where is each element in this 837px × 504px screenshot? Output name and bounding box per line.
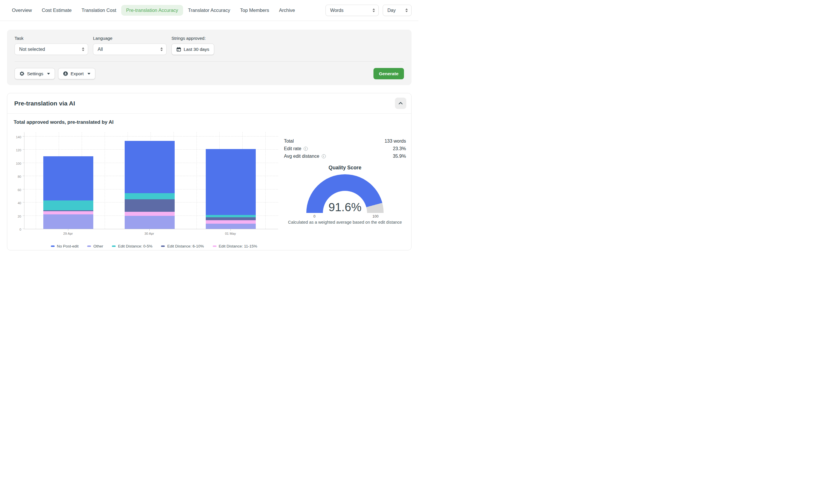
y-tick-label: 80: [18, 175, 21, 178]
stat-label: Edit rate: [284, 146, 301, 151]
gauge-min-label: 0: [314, 214, 316, 218]
gridline: [105, 132, 105, 229]
tab-pre-translation-accuracy[interactable]: Pre-translation Accuracy: [121, 5, 183, 16]
legend-label: Edit Distance: 6-10%: [167, 244, 204, 248]
tab-archive[interactable]: Archive: [274, 5, 300, 16]
strings-approved-label: Strings approved:: [172, 36, 214, 41]
y-tick-label: 0: [19, 228, 21, 231]
tab-translation-cost[interactable]: Translation Cost: [76, 5, 121, 16]
info-icon[interactable]: i: [304, 147, 308, 151]
settings-button[interactable]: Settings: [15, 68, 55, 79]
legend-item[interactable]: Edit Distance: 11-15%: [213, 244, 257, 248]
gauge-max-label: 100: [373, 214, 379, 218]
bar-segment: [43, 214, 93, 229]
x-tick: [230, 229, 231, 231]
stats-nav: Overview Cost Estimate Translation Cost …: [0, 0, 418, 21]
legend-label: Edit Distance: 11-15%: [219, 244, 257, 248]
y-tick-label: 20: [18, 215, 21, 218]
chart-legend: No Post-editOtherEdit Distance: 0-5%Edit…: [24, 244, 284, 248]
period-select[interactable]: Day: [383, 5, 411, 16]
bar-segment: [43, 210, 93, 211]
stat-row-edit-rate: Edit ratei 23.3%: [284, 146, 406, 151]
unit-select-value: Words: [330, 8, 343, 13]
card-title: Pre-translation via AI: [14, 100, 75, 107]
stacked-bar-chart: 020406080100120140 29 Apr30 Apr01 May No…: [14, 128, 284, 250]
unit-select[interactable]: Words: [325, 5, 379, 16]
generate-button[interactable]: Generate: [373, 68, 404, 79]
legend-label: Edit Distance: 0-5%: [118, 244, 153, 248]
gridline: [265, 132, 266, 229]
legend-item[interactable]: Other: [87, 244, 103, 248]
y-axis: 020406080100120140: [14, 132, 24, 229]
legend-item[interactable]: Edit Distance: 6-10%: [161, 244, 204, 248]
x-tick: [149, 229, 150, 231]
bar-segment: [125, 216, 175, 229]
task-select-value: Not selected: [19, 47, 45, 52]
task-label: Task: [15, 36, 88, 41]
stat-row-avg-edit-distance: Avg edit distancei 35.9%: [284, 154, 406, 159]
bar-segment: [125, 193, 175, 199]
bar-segment: [43, 211, 93, 214]
export-label: Export: [71, 71, 84, 76]
quality-score-title: Quality Score: [284, 165, 406, 171]
bar-segment: [125, 141, 175, 193]
collapse-button[interactable]: [395, 97, 406, 109]
export-button[interactable]: Export: [58, 68, 95, 79]
stat-value: 35.9%: [393, 154, 406, 159]
filters-panel: Task Not selected Language All Strings a…: [7, 30, 411, 85]
pre-translation-card: Pre-translation via AI Total approved wo…: [7, 93, 411, 250]
date-range-value: Last 30 days: [184, 47, 209, 52]
chart-title: Total approved words, pre-translated by …: [14, 120, 284, 125]
date-range-button[interactable]: Last 30 days: [172, 43, 214, 55]
gridline: [24, 136, 278, 137]
legend-label: No Post-edit: [57, 244, 78, 248]
legend-label: Other: [93, 244, 103, 248]
bar-segment: [206, 217, 256, 220]
x-tick-label: 29 Apr: [63, 232, 73, 235]
select-arrows-icon: [160, 47, 163, 51]
bar-segment: [206, 224, 256, 229]
select-arrows-icon: [406, 8, 408, 12]
legend-marker-icon: [161, 246, 165, 247]
tab-translator-accuracy[interactable]: Translator Accuracy: [183, 5, 235, 16]
period-select-value: Day: [387, 8, 395, 13]
settings-label: Settings: [27, 71, 43, 76]
gauge-value: 91.6%: [306, 201, 384, 214]
info-icon[interactable]: i: [322, 154, 326, 158]
bar-segment: [206, 215, 256, 217]
legend-marker-icon: [112, 246, 116, 247]
tab-cost-estimate[interactable]: Cost Estimate: [37, 5, 77, 16]
legend-item[interactable]: Edit Distance: 0-5%: [112, 244, 153, 248]
x-axis: 29 Apr30 Apr01 May: [24, 229, 278, 238]
chevron-down-icon: [47, 73, 50, 75]
stat-value: 23.3%: [393, 146, 406, 151]
language-select-value: All: [97, 47, 103, 52]
quality-score-gauge: 91.6% 0 100: [306, 174, 384, 213]
tab-top-members[interactable]: Top Members: [235, 5, 274, 16]
legend-marker-icon: [51, 246, 55, 247]
chevron-down-icon: [88, 73, 90, 75]
gridline: [36, 132, 36, 229]
stat-label: Avg edit distance: [284, 154, 319, 159]
legend-item[interactable]: No Post-edit: [51, 244, 78, 248]
bar-segment: [206, 220, 256, 223]
stat-label: Total: [284, 138, 294, 144]
gridline: [196, 132, 197, 229]
select-arrows-icon: [373, 8, 375, 12]
legend-marker-icon: [213, 246, 216, 247]
chevron-up-icon: [398, 102, 403, 105]
task-select[interactable]: Not selected: [15, 43, 88, 55]
tab-overview[interactable]: Overview: [7, 5, 37, 16]
bar-segment: [125, 199, 175, 212]
x-tick-label: 30 Apr: [144, 232, 154, 235]
bar-segment: [43, 156, 93, 200]
y-tick-label: 120: [16, 148, 21, 152]
legend-marker-icon: [87, 246, 91, 247]
x-tick-label: 01 May: [225, 232, 236, 235]
y-tick-label: 60: [18, 188, 21, 192]
y-tick-label: 40: [18, 201, 21, 205]
language-label: Language: [93, 36, 166, 41]
panel-divider: [15, 61, 404, 61]
bar-segment: [43, 200, 93, 210]
language-select[interactable]: All: [93, 43, 166, 55]
